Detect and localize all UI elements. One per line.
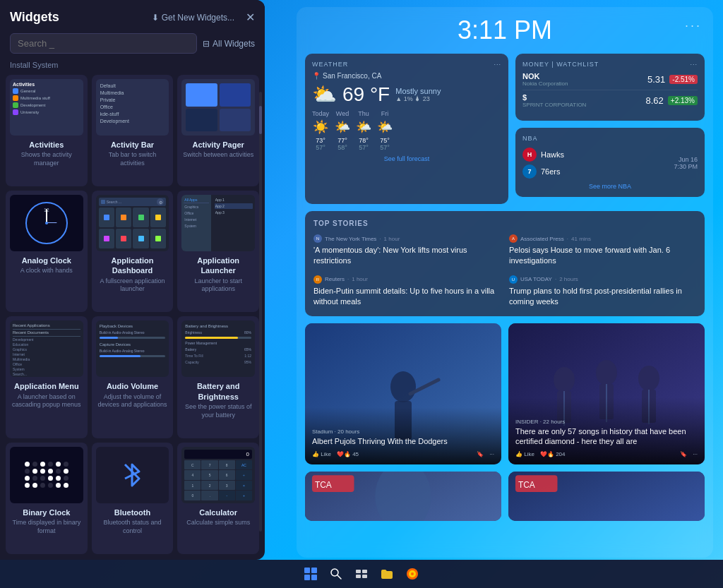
svg-rect-34 (362, 575, 367, 578)
widget-desc-app-launcher: Launcher to start applications (181, 277, 255, 294)
nba-footer[interactable]: See more NBA (522, 183, 698, 190)
stories-grid: N The New York Times · 1 hour 'A momento… (313, 234, 696, 308)
bottom-photo-1[interactable]: TAX TCA (305, 472, 501, 521)
widget-desc-activity-pager: Switch between activities (183, 151, 253, 160)
widget-desc-activities: Shows the activity manager (10, 151, 83, 167)
stock-change-nok: -2.51% (669, 75, 698, 84)
widget-preview-app-launcher: All Apps Graphics Office Internet System… (181, 195, 255, 251)
svg-point-1 (390, 371, 416, 402)
svg-point-9 (638, 366, 659, 391)
widget-name-calculator: Calculator (199, 508, 237, 517)
widgets-panel: Widgets ⬇ Get New Widgets... ✕ ⊟ All Wid… (0, 0, 265, 560)
close-button[interactable]: ✕ (246, 11, 255, 24)
windows-icon (304, 567, 318, 581)
nba-team-76ers: 7 76ers (522, 164, 674, 179)
forecast-fri: Fri 🌤️ 75° 57° (377, 110, 393, 151)
widget-item-app-dashboard[interactable]: Search ... ⚙ Application Dash (92, 191, 174, 312)
scroll-thumb[interactable] (259, 106, 262, 134)
widget-item-analog-clock[interactable]: 12 Analog Clock A clock with hands (6, 191, 88, 312)
more-button-baseball[interactable]: ··· (489, 451, 494, 457)
photo-overlay-baseball: Stadium · 20 hours Albert Pujols Thrivin… (305, 407, 501, 464)
story-item-2[interactable]: R Reuters · 1 hour Biden-Putin summit de… (313, 275, 501, 308)
widget-preview-activity-bar: Default Multimedia Private Office kde-st… (96, 79, 169, 136)
all-widgets-button[interactable]: ⊟ All Widgets (203, 39, 255, 49)
reuters-icon: R (313, 275, 322, 284)
stock-row-sprint: $ SPRINT CORPORATION 8.62 +2.13% (522, 93, 698, 111)
widget-desc-calculator: Calculate simple sums (186, 519, 250, 527)
usatoday-icon: U (509, 275, 518, 284)
svg-point-5 (554, 367, 575, 392)
widget-desc-binary-clock: Time displayed in binary format (10, 519, 83, 535)
widget-item-app-launcher[interactable]: All Apps Graphics Office Internet System… (177, 191, 259, 312)
widget-preview-battery-brightness: Battery and Brightness Brightness80% Pow… (181, 320, 255, 377)
stories-card: TOP STORIES N The New York Times · 1 hou… (305, 211, 705, 316)
story-item-1[interactable]: A Associated Press · 41 mins Pelosi says… (509, 234, 696, 267)
money-card: MONEY | WATCHLIST ··· NOK Nokia Corporat… (515, 54, 705, 121)
more-button-music[interactable]: ··· (693, 451, 698, 457)
weather-icon: ⛅ (312, 83, 337, 106)
weather-more-icon[interactable]: ··· (494, 61, 501, 68)
widgets-title: Widgets (10, 10, 59, 25)
get-new-widgets-link[interactable]: ⬇ Get New Widgets... (152, 13, 234, 23)
widget-name-analog-clock: Analog Clock (22, 256, 71, 265)
svg-rect-27 (304, 575, 310, 580)
widget-preview-calculator: 0 C 7 8 AC 4 5 6 ÷ 1 2 3 × 0 (181, 447, 255, 503)
bookmark-button-baseball[interactable]: 🔖 (477, 451, 484, 457)
svg-rect-28 (311, 575, 317, 580)
stock-info-nok: NOK Nokia Corporation (522, 72, 568, 87)
bookmark-button-music[interactable]: 🔖 (680, 451, 687, 457)
bottom-photo-row: TAX TCA TAX TCA (305, 472, 705, 521)
widget-item-activity-pager[interactable]: Activity Pager Switch between activities (177, 75, 259, 186)
story-item-3[interactable]: U USA TODAY · 2 hours Trump plans to hol… (509, 275, 696, 308)
stock-info-sprint: $ SPRINT CORPORATION (522, 93, 586, 108)
widget-item-audio-volume[interactable]: Playback Devices Build-in Audio-Analog S… (92, 316, 174, 438)
money-more-icon[interactable]: ··· (690, 61, 698, 68)
folder-icon (381, 568, 393, 580)
file-explorer-button[interactable] (376, 563, 398, 585)
search-input[interactable] (10, 33, 197, 54)
widget-name-binary-clock: Binary Clock (23, 508, 70, 517)
forecast-thu: Thu 🌤️ 78° 57° (356, 110, 371, 151)
photo-actions-baseball: 👍 Like ❤️🔥 45 🔖 ··· (312, 451, 494, 457)
widget-preview-activities: Activities General Multimedia stuff Deve… (10, 79, 83, 136)
filter-icon: ⊟ (203, 39, 210, 49)
widget-preview-app-dashboard: Search ... ⚙ (96, 195, 169, 251)
board-menu-button[interactable]: ··· (685, 18, 702, 33)
weather-status: Mostly sunny ▲ 1% 🌢 23 (395, 87, 441, 102)
story-source-1: A Associated Press · 41 mins (509, 234, 696, 243)
widget-name-activity-bar: Activity Bar (111, 140, 154, 150)
like-button-music[interactable]: 👍 Like (515, 451, 534, 457)
widget-preview-activity-pager (181, 79, 255, 136)
widget-desc-analog-clock: A clock with hands (20, 267, 73, 275)
download-icon: ⬇ (152, 13, 159, 23)
nba-game-date: Jun 16 7:30 PM (674, 156, 698, 170)
browser-button[interactable] (401, 563, 424, 585)
widget-desc-audio-volume: Adjust the volume of devices and applica… (96, 393, 169, 409)
widget-item-calculator[interactable]: 0 C 7 8 AC 4 5 6 ÷ 1 2 3 × 0 (177, 443, 259, 554)
task-view-button[interactable] (350, 563, 373, 585)
widget-desc-app-menu: A launcher based on cascading popup menu… (10, 393, 83, 409)
widget-item-activities[interactable]: Activities General Multimedia stuff Deve… (6, 75, 88, 186)
weather-footer[interactable]: See full forecast (312, 155, 501, 162)
widget-item-app-menu[interactable]: Recent Applications Recent Documents Dev… (6, 316, 88, 438)
widget-item-binary-clock[interactable]: Binary Clock Time displayed in binary fo… (6, 443, 88, 554)
widget-name-activity-pager: Activity Pager (192, 140, 244, 150)
bottom-photo-2[interactable]: TAX TCA (508, 472, 705, 521)
76ers-logo: 7 (522, 164, 537, 179)
start-button[interactable] (299, 563, 322, 585)
story-item-0[interactable]: N The New York Times · 1 hour 'A momento… (313, 234, 501, 267)
widget-name-activities: Activities (29, 140, 64, 150)
search-button[interactable] (325, 563, 347, 585)
widget-item-bluetooth[interactable]: Bluetooth Bluetooth status and control (92, 443, 174, 554)
weather-forecast: Today ☀️ 73° 57° Wed 🌤️ 77° 58° Thu 🌤️ 7… (312, 110, 501, 151)
nba-card: NBA H Hawks 7 76ers Jun 16 (515, 128, 705, 197)
weather-card: WEATHER ··· 📍 San Francisco, CA ⛅ 69 °F … (305, 54, 508, 204)
photo-card-music: INSIDER · 22 hours There are only 57 son… (508, 323, 705, 464)
like-button-baseball[interactable]: 👍 Like (312, 451, 331, 457)
widget-item-battery-brightness[interactable]: Battery and Brightness Brightness80% Pow… (177, 316, 259, 438)
widget-item-activity-bar[interactable]: Default Multimedia Private Office kde-st… (92, 75, 174, 186)
widget-preview-binary-clock (10, 447, 83, 503)
svg-rect-33 (356, 575, 361, 578)
widget-preview-bluetooth (96, 447, 169, 503)
news-panel: ··· 3:11 PM WEATHER ··· 📍 San Francisco,… (297, 7, 713, 558)
